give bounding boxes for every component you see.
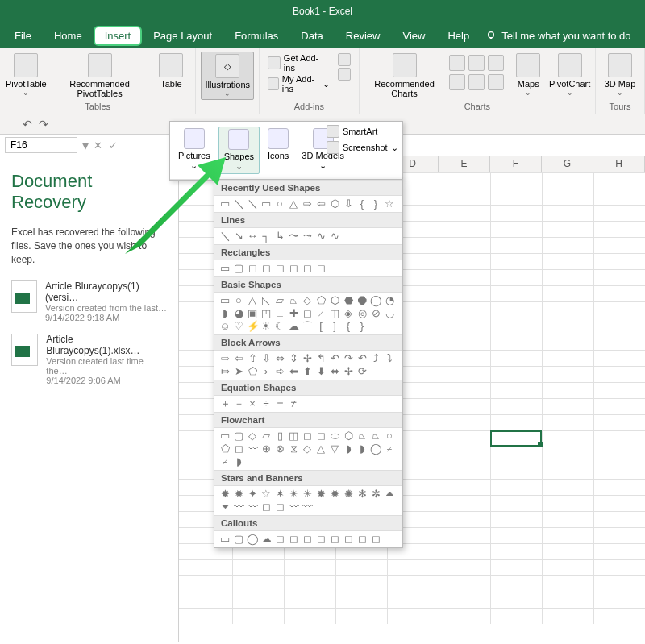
shape-pentagon[interactable]: ⬠ bbox=[315, 295, 327, 306]
shape-line[interactable]: ＼ bbox=[219, 231, 231, 242]
col-header[interactable]: F bbox=[490, 156, 542, 172]
shape-arrow-uturn[interactable]: ↶ bbox=[329, 353, 340, 364]
shape-no[interactable]: ⊘ bbox=[370, 308, 381, 319]
shape-tape[interactable]: 〰 bbox=[247, 443, 258, 455]
tab-file[interactable]: File bbox=[3, 25, 43, 47]
shape-line2[interactable]: ＼ bbox=[247, 198, 258, 210]
shape-connector[interactable]: ○ bbox=[384, 430, 395, 442]
shape-arrow-callout-d[interactable]: ⬇ bbox=[315, 366, 327, 377]
shape-moon[interactable]: ☾ bbox=[274, 321, 285, 332]
tab-view[interactable]: View bbox=[391, 25, 436, 47]
recommended-pivottables-button[interactable]: Recommended PivotTables bbox=[49, 52, 151, 100]
shape-double-arrow[interactable]: ↔ bbox=[247, 231, 258, 242]
shape-offpage[interactable]: ⬠ bbox=[219, 443, 231, 455]
active-cell[interactable] bbox=[490, 430, 542, 447]
shape-summing[interactable]: ⊕ bbox=[260, 443, 272, 455]
shape-callout-accent2[interactable]: ◻ bbox=[329, 534, 340, 545]
shape-explosion1[interactable]: ✸ bbox=[219, 488, 231, 500]
people-icon[interactable] bbox=[338, 68, 351, 81]
map3d-button[interactable]: 3D Map⌄ bbox=[601, 52, 639, 100]
shape-hexagon[interactable]: ⬡ bbox=[329, 198, 340, 210]
chart-area-icon[interactable] bbox=[449, 74, 465, 90]
tab-help[interactable]: Help bbox=[436, 25, 481, 47]
chart-combo-icon[interactable] bbox=[488, 74, 504, 90]
shape-plaque[interactable]: ◻ bbox=[302, 308, 313, 319]
shape-line[interactable]: ＼ bbox=[233, 198, 244, 210]
shape-half-frame[interactable]: ◰ bbox=[260, 308, 272, 319]
shape-callout-border2[interactable]: ◻ bbox=[370, 534, 381, 545]
col-header[interactable]: E bbox=[439, 156, 490, 172]
shape-brace-l[interactable]: { bbox=[356, 198, 368, 210]
shape-callout-border1[interactable]: ◻ bbox=[356, 534, 368, 545]
shape-l[interactable]: ∟ bbox=[274, 308, 285, 319]
shape-arrow-curve-u[interactable]: ⤴ bbox=[370, 353, 381, 364]
shape-decagon[interactable]: ◯ bbox=[370, 295, 381, 306]
shape-manual-input[interactable]: ⏢ bbox=[356, 430, 368, 442]
shape-bracket-r[interactable]: ] bbox=[329, 321, 340, 332]
shape-elbow[interactable]: ┐ bbox=[260, 231, 272, 242]
shape-oval[interactable]: ○ bbox=[233, 295, 244, 306]
shape-decision[interactable]: ◇ bbox=[247, 430, 258, 442]
shape-direct-access[interactable]: ⌿ bbox=[219, 456, 231, 467]
shape-frame[interactable]: ▣ bbox=[247, 308, 258, 319]
shape-extract[interactable]: △ bbox=[315, 443, 327, 455]
shape-arrow-right[interactable]: ⇨ bbox=[302, 198, 313, 210]
shape-10pt-star[interactable]: ✸ bbox=[315, 488, 327, 500]
shape-scribble[interactable]: ∿ bbox=[329, 231, 340, 242]
shape-multiply[interactable]: × bbox=[247, 398, 258, 409]
shape-arrow-u[interactable]: ⇧ bbox=[247, 353, 258, 364]
chart-pie-icon[interactable] bbox=[488, 55, 504, 71]
shape-arrow-callout-quad[interactable]: ✢ bbox=[343, 366, 354, 377]
bing-icon[interactable] bbox=[338, 53, 351, 66]
shape-callout-round[interactable]: ▢ bbox=[233, 534, 244, 545]
chart-line-icon[interactable] bbox=[468, 55, 485, 71]
shape-heart[interactable]: ♡ bbox=[233, 321, 244, 332]
shape-arrow-curve-l[interactable]: ↶ bbox=[356, 353, 368, 364]
shape-hexagon[interactable]: ⬡ bbox=[329, 295, 340, 306]
shape-pie[interactable]: ◔ bbox=[384, 295, 395, 306]
shape-callout-line1[interactable]: ◻ bbox=[274, 534, 285, 545]
shape-arrow-curve-r[interactable]: ↷ bbox=[343, 353, 354, 364]
shape-seq-access[interactable]: ◯ bbox=[370, 443, 381, 455]
screenshot-button[interactable]: Screenshot ⌄ bbox=[327, 141, 398, 154]
shape-explosion2[interactable]: ✹ bbox=[233, 488, 244, 500]
shape-octagon[interactable]: ⯃ bbox=[356, 295, 368, 306]
col-header[interactable]: G bbox=[542, 156, 593, 172]
shape-ribbon-curved-down[interactable]: 〰 bbox=[247, 501, 258, 513]
shape-arc[interactable]: ⌒ bbox=[302, 321, 313, 332]
shape-stored-data[interactable]: ◗ bbox=[343, 443, 354, 455]
shape-ribbon-curved-up[interactable]: 〰 bbox=[233, 501, 244, 513]
shape-rect[interactable]: ▭ bbox=[260, 198, 272, 210]
shape-data[interactable]: ▱ bbox=[260, 430, 272, 442]
shape-cube[interactable]: ◫ bbox=[329, 308, 340, 319]
shape-plus[interactable]: ＋ bbox=[219, 398, 231, 409]
shape-arrow-circular[interactable]: ⟳ bbox=[356, 366, 368, 377]
tab-insert[interactable]: Insert bbox=[94, 26, 143, 46]
shape-32pt-star[interactable]: ✼ bbox=[370, 488, 381, 500]
chart-bar-icon[interactable] bbox=[449, 55, 465, 71]
shape-arrow-callout-l[interactable]: ⬅ bbox=[288, 366, 299, 377]
get-addins-button[interactable]: Get Add-ins bbox=[268, 53, 330, 73]
shape-teardrop[interactable]: ◕ bbox=[233, 308, 244, 319]
shape-multidoc[interactable]: ◻ bbox=[315, 430, 327, 442]
shape-arrow-bent[interactable]: ↰ bbox=[315, 353, 327, 364]
shape-trapezoid[interactable]: ⏢ bbox=[288, 295, 299, 306]
shape-donut[interactable]: ◎ bbox=[356, 308, 368, 319]
cancel-icon[interactable]: ✕ bbox=[94, 139, 102, 152]
shape-callout-cloud[interactable]: ☁ bbox=[260, 534, 272, 545]
shape-callout-accent1[interactable]: ◻ bbox=[315, 534, 327, 545]
shape-smiley[interactable]: ☺ bbox=[219, 321, 231, 332]
tab-formulas[interactable]: Formulas bbox=[223, 25, 289, 47]
shape-sort[interactable]: ◇ bbox=[302, 443, 313, 455]
shape-callout-line3[interactable]: ◻ bbox=[302, 534, 313, 545]
my-addins-button[interactable]: My Add-ins ⌄ bbox=[268, 74, 330, 93]
shape-8pt-star[interactable]: ✳ bbox=[302, 488, 313, 500]
shape-delay[interactable]: ◗ bbox=[356, 443, 368, 455]
shape-textbox[interactable]: ▭ bbox=[219, 295, 231, 306]
shape-rounded-rect[interactable]: ▢ bbox=[233, 263, 244, 274]
shape-brace-r[interactable]: } bbox=[370, 198, 381, 210]
shape-curve-arrow[interactable]: ⤳ bbox=[302, 231, 313, 242]
shape-triangle[interactable]: △ bbox=[247, 295, 258, 306]
shape-scroll-h[interactable]: ◻ bbox=[274, 501, 285, 513]
shape-divide[interactable]: ÷ bbox=[260, 398, 272, 409]
